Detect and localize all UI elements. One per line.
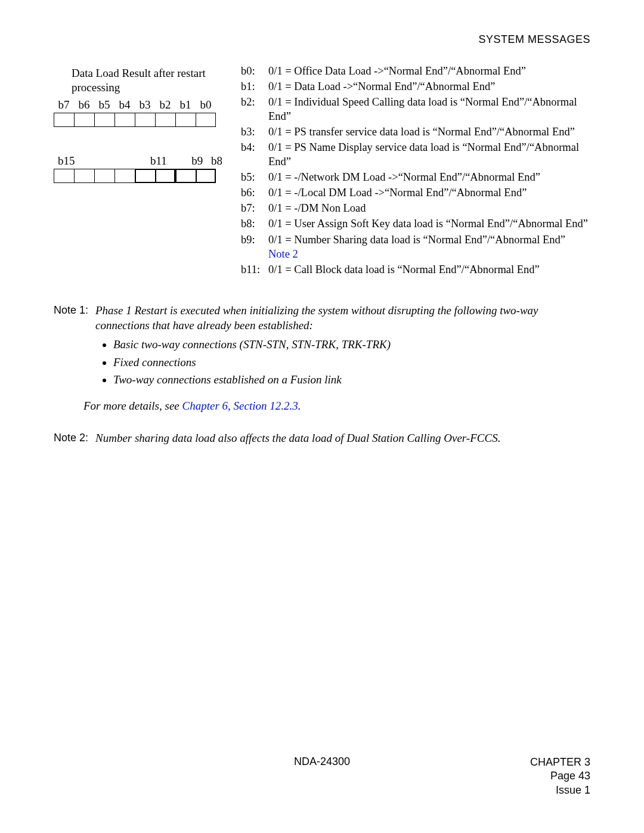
section-header: SYSTEM MESSAGES bbox=[54, 33, 590, 46]
bit-cells-row2 bbox=[54, 169, 227, 183]
def-b8: b8: 0/1 = User Assign Soft Key data load… bbox=[241, 216, 590, 232]
bit-label-b5: b5 bbox=[94, 98, 114, 112]
note-2: Note 2: Number sharing data load also af… bbox=[54, 431, 590, 446]
note1-bullet-2: Fixed connections bbox=[113, 355, 590, 370]
note1-tail-suffix: . bbox=[298, 400, 301, 412]
def-b1: b1: 0/1 = Data Load ->“Normal End”/“Abno… bbox=[241, 79, 590, 95]
main-content: Data Load Result after restart processin… bbox=[54, 64, 590, 278]
note1-intro: Phase 1 Restart is executed when initial… bbox=[95, 304, 538, 332]
def-b2: b2: 0/1 = Individual Speed Calling data … bbox=[241, 95, 590, 125]
bit-label-b2: b2 bbox=[155, 98, 175, 112]
bit-diagram: Data Load Result after restart processin… bbox=[54, 64, 227, 183]
bit-label-b9: b9 bbox=[187, 154, 207, 168]
bit-label-b0: b0 bbox=[196, 98, 216, 112]
note-1: Note 1: Phase 1 Restart is executed when… bbox=[54, 303, 590, 392]
bit-label-b15: b15 bbox=[54, 154, 79, 168]
note1-tail-prefix: For more details, see bbox=[83, 400, 182, 412]
bit-labels-row2: b15 b11 b9 b8 bbox=[54, 154, 227, 168]
def-b9: b9: 0/1 = Number Sharing data load is “N… bbox=[241, 233, 590, 262]
bit-label-b1: b1 bbox=[175, 98, 196, 112]
page: SYSTEM MESSAGES Data Load Result after r… bbox=[0, 0, 644, 833]
def-b4: b4: 0/1 = PS Name Display service data l… bbox=[241, 140, 590, 170]
def-b7: b7: 0/1 = -/DM Non Load bbox=[241, 201, 590, 216]
note2-link[interactable]: Note 2 bbox=[268, 248, 298, 260]
note1-tail: For more details, see Chapter 6, Section… bbox=[83, 398, 590, 414]
def-b5: b5: 0/1 = -/Network DM Load ->“Normal En… bbox=[241, 170, 590, 185]
footer-issue: Issue 1 bbox=[530, 784, 590, 797]
note1-bullets: Basic two-way connections (STN-STN, STN-… bbox=[95, 337, 590, 388]
definitions-table: b0: 0/1 = Office Data Load ->“Normal End… bbox=[241, 64, 590, 278]
bit-cells-row1 bbox=[54, 113, 227, 127]
def-b11: b11: 0/1 = Call Block data load is “Norm… bbox=[241, 262, 590, 278]
bit-label-b3: b3 bbox=[135, 98, 155, 112]
def-b0: b0: 0/1 = Office Data Load ->“Normal End… bbox=[241, 64, 590, 79]
bit-label-b11: b11 bbox=[147, 154, 171, 168]
def-b9-text: 0/1 = Number Sharing data load is “Norma… bbox=[268, 234, 565, 246]
note1-bullet-1: Basic two-way connections (STN-STN, STN-… bbox=[113, 337, 590, 352]
note1-label: Note 1: bbox=[54, 303, 95, 392]
page-footer: NDA-24300 CHAPTER 3 Page 43 Issue 1 bbox=[54, 755, 590, 797]
footer-doc-id: NDA-24300 bbox=[54, 755, 590, 768]
chapter-section-link[interactable]: Chapter 6, Section 12.2.3 bbox=[182, 400, 298, 412]
note2-text: Number sharing data load also affects th… bbox=[95, 431, 590, 446]
bit-label-b8: b8 bbox=[207, 154, 227, 168]
note1-bullet-3: Two-way connections established on a Fus… bbox=[113, 372, 590, 388]
bit-label-b4: b4 bbox=[114, 98, 135, 112]
footer-page: Page 43 bbox=[530, 769, 590, 783]
bit-definitions: b0: 0/1 = Office Data Load ->“Normal End… bbox=[227, 64, 590, 278]
diagram-title: Data Load Result after restart processin… bbox=[72, 66, 209, 95]
note2-label: Note 2: bbox=[54, 431, 95, 446]
def-b6: b6: 0/1 = -/Local DM Load ->“Normal End”… bbox=[241, 185, 590, 201]
def-b3: b3: 0/1 = PS transfer service data load … bbox=[241, 125, 590, 140]
notes-section: Note 1: Phase 1 Restart is executed when… bbox=[54, 303, 590, 445]
bit-label-b7: b7 bbox=[54, 98, 74, 112]
bit-label-b6: b6 bbox=[74, 98, 94, 112]
bit-labels-row1: b7 b6 b5 b4 b3 b2 b1 b0 bbox=[54, 98, 227, 112]
